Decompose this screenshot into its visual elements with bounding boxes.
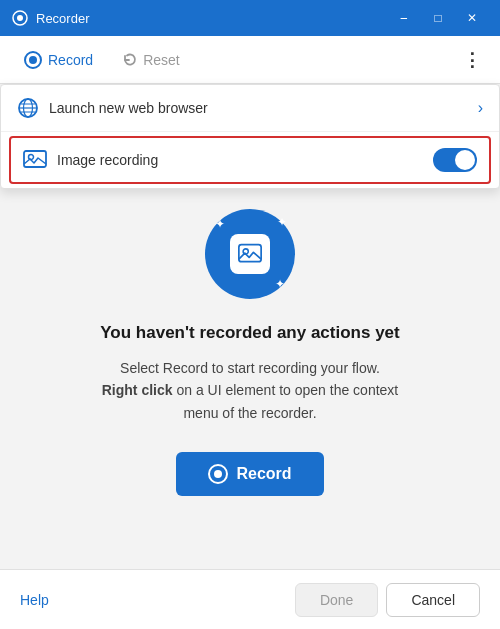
globe-icon (17, 97, 39, 119)
svg-point-1 (17, 15, 23, 21)
maximize-button[interactable]: □ (422, 4, 454, 32)
title-bar: Recorder ‒ □ ✕ (0, 0, 500, 36)
title-bar-left: Recorder (12, 10, 89, 26)
help-link[interactable]: Help (20, 592, 49, 608)
image-recording-toggle[interactable] (433, 148, 477, 172)
record-icon-inner (230, 234, 270, 274)
launch-browser-item[interactable]: Launch new web browser › (1, 85, 499, 132)
sparkle-br: ✦ (275, 277, 285, 291)
record-main-button[interactable]: Record (176, 452, 323, 496)
record-icon (24, 51, 42, 69)
sparkle-tl: ✦ (215, 217, 225, 231)
record-toolbar-label: Record (48, 52, 93, 68)
svg-rect-9 (24, 151, 46, 167)
reset-toolbar-button: Reset (109, 46, 192, 74)
description-line2: on a UI element to open the context menu… (173, 382, 399, 420)
launch-browser-item-left: Launch new web browser (17, 97, 208, 119)
main-heading: You haven't recorded any actions yet (100, 323, 399, 343)
launch-browser-label: Launch new web browser (49, 100, 208, 116)
image-recording-item[interactable]: Image recording (9, 136, 491, 184)
close-button[interactable]: ✕ (456, 4, 488, 32)
minimize-button[interactable]: ‒ (388, 4, 420, 32)
toggle-knob (455, 150, 475, 170)
footer: Help Done Cancel (0, 569, 500, 629)
toolbar: Record Reset ⋮ (0, 36, 500, 84)
record-button-dot (214, 470, 222, 478)
record-hero-icon: ✦ ✦ ✦ (205, 209, 295, 299)
image-recording-item-left: Image recording (23, 150, 158, 170)
image-recording-label: Image recording (57, 152, 158, 168)
dropdown-menu: Launch new web browser › Image recording (0, 84, 500, 189)
description-bold: Right click (102, 382, 173, 398)
record-button-label: Record (236, 465, 291, 483)
svg-rect-11 (239, 245, 261, 262)
image-recording-icon (23, 150, 47, 170)
reset-icon (121, 52, 137, 68)
done-button: Done (295, 583, 378, 617)
recorder-app-icon (12, 10, 28, 26)
record-button-icon (208, 464, 228, 484)
reset-toolbar-label: Reset (143, 52, 180, 68)
sparkle-tr: ✦ (277, 215, 287, 229)
cancel-button[interactable]: Cancel (386, 583, 480, 617)
main-description: Select Record to start recording your fl… (90, 357, 410, 424)
title-bar-title: Recorder (36, 11, 89, 26)
chevron-right-icon: › (478, 99, 483, 117)
description-line1: Select Record to start recording your fl… (120, 360, 380, 376)
svg-point-3 (29, 56, 37, 64)
image-hero-icon (238, 242, 262, 266)
more-options-button[interactable]: ⋮ (456, 44, 488, 76)
footer-buttons: Done Cancel (295, 583, 480, 617)
title-bar-controls: ‒ □ ✕ (388, 4, 488, 32)
record-toolbar-button[interactable]: Record (12, 45, 105, 75)
main-content: ✦ ✦ ✦ You haven't recorded any actions y… (0, 189, 500, 569)
